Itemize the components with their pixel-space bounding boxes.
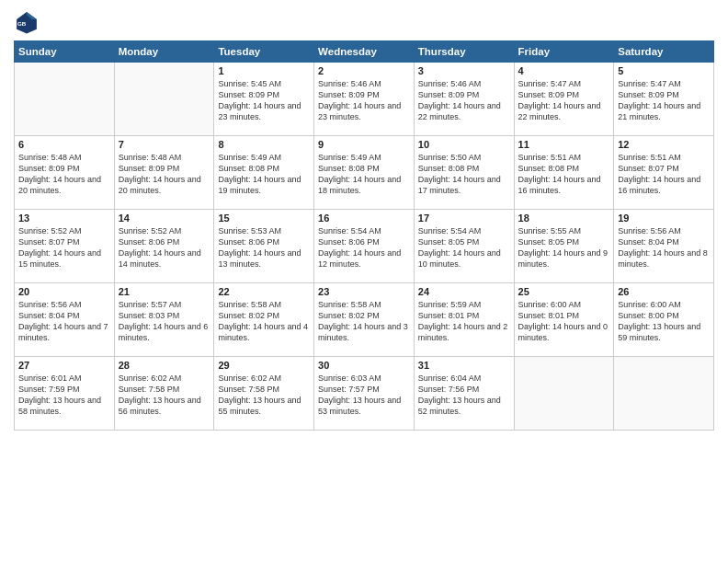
weekday-header-wednesday: Wednesday [314, 41, 415, 63]
cell-info: Sunrise: 5:46 AM Sunset: 8:09 PM Dayligh… [318, 78, 410, 123]
day-number: 25 [518, 286, 610, 297]
calendar-week-4: 20Sunrise: 5:56 AM Sunset: 8:04 PM Dayli… [15, 283, 714, 357]
calendar-cell: 11Sunrise: 5:51 AM Sunset: 8:08 PM Dayli… [514, 136, 614, 210]
calendar-cell: 19Sunrise: 5:56 AM Sunset: 8:04 PM Dayli… [614, 210, 714, 283]
calendar-table: SundayMondayTuesdayWednesdayThursdayFrid… [14, 40, 714, 431]
calendar-cell: 1Sunrise: 5:45 AM Sunset: 8:09 PM Daylig… [214, 63, 314, 136]
day-number: 28 [119, 360, 210, 371]
day-number: 20 [18, 286, 110, 297]
calendar-cell: 13Sunrise: 5:52 AM Sunset: 8:07 PM Dayli… [15, 210, 115, 283]
day-number: 14 [119, 213, 210, 224]
weekday-header-saturday: Saturday [614, 41, 714, 63]
cell-info: Sunrise: 5:57 AM Sunset: 8:03 PM Dayligh… [119, 299, 210, 344]
calendar-cell: 22Sunrise: 5:58 AM Sunset: 8:02 PM Dayli… [214, 283, 314, 357]
calendar-cell [15, 63, 115, 136]
calendar-cell: 27Sunrise: 6:01 AM Sunset: 7:59 PM Dayli… [15, 357, 115, 431]
day-number: 29 [218, 360, 310, 371]
day-number: 13 [18, 213, 110, 224]
calendar-cell: 12Sunrise: 5:51 AM Sunset: 8:07 PM Dayli… [614, 136, 714, 210]
day-number: 17 [418, 213, 510, 224]
day-number: 15 [218, 213, 310, 224]
day-number: 16 [318, 213, 410, 224]
day-number: 24 [418, 286, 510, 297]
cell-info: Sunrise: 6:00 AM Sunset: 8:01 PM Dayligh… [518, 299, 610, 344]
cell-info: Sunrise: 5:55 AM Sunset: 8:05 PM Dayligh… [518, 225, 610, 270]
weekday-header-thursday: Thursday [414, 41, 514, 63]
calendar-cell: 23Sunrise: 5:58 AM Sunset: 8:02 PM Dayli… [314, 283, 415, 357]
weekday-header-tuesday: Tuesday [214, 41, 314, 63]
weekday-header-monday: Monday [114, 41, 214, 63]
cell-info: Sunrise: 5:46 AM Sunset: 8:09 PM Dayligh… [418, 78, 510, 123]
calendar-cell: 14Sunrise: 5:52 AM Sunset: 8:06 PM Dayli… [114, 210, 214, 283]
svg-text:GB: GB [17, 20, 27, 27]
weekday-header-friday: Friday [514, 41, 614, 63]
cell-info: Sunrise: 6:00 AM Sunset: 8:00 PM Dayligh… [618, 299, 710, 344]
calendar-cell [114, 63, 214, 136]
cell-info: Sunrise: 5:58 AM Sunset: 8:02 PM Dayligh… [218, 299, 310, 344]
cell-info: Sunrise: 5:49 AM Sunset: 8:08 PM Dayligh… [218, 152, 310, 197]
day-number: 30 [318, 360, 410, 371]
calendar-cell: 6Sunrise: 5:48 AM Sunset: 8:09 PM Daylig… [15, 136, 115, 210]
calendar-cell: 26Sunrise: 6:00 AM Sunset: 8:00 PM Dayli… [614, 283, 714, 357]
cell-info: Sunrise: 5:52 AM Sunset: 8:06 PM Dayligh… [119, 225, 210, 270]
cell-info: Sunrise: 6:04 AM Sunset: 7:56 PM Dayligh… [418, 373, 510, 418]
cell-info: Sunrise: 5:45 AM Sunset: 8:09 PM Dayligh… [218, 78, 310, 123]
calendar-cell: 2Sunrise: 5:46 AM Sunset: 8:09 PM Daylig… [314, 63, 415, 136]
calendar-cell: 18Sunrise: 5:55 AM Sunset: 8:05 PM Dayli… [514, 210, 614, 283]
day-number: 11 [518, 139, 610, 150]
calendar-cell: 7Sunrise: 5:48 AM Sunset: 8:09 PM Daylig… [114, 136, 214, 210]
cell-info: Sunrise: 5:47 AM Sunset: 8:09 PM Dayligh… [618, 78, 710, 123]
day-number: 5 [618, 65, 710, 76]
calendar-cell: 5Sunrise: 5:47 AM Sunset: 8:09 PM Daylig… [614, 63, 714, 136]
logo-icon: GB [14, 9, 40, 35]
cell-info: Sunrise: 5:58 AM Sunset: 8:02 PM Dayligh… [318, 299, 410, 344]
day-number: 8 [218, 139, 310, 150]
day-number: 23 [318, 286, 410, 297]
calendar-cell: 20Sunrise: 5:56 AM Sunset: 8:04 PM Dayli… [15, 283, 115, 357]
calendar-cell: 31Sunrise: 6:04 AM Sunset: 7:56 PM Dayli… [414, 357, 514, 431]
cell-info: Sunrise: 5:47 AM Sunset: 8:09 PM Dayligh… [518, 78, 610, 123]
calendar-cell [514, 357, 614, 431]
weekday-header-sunday: Sunday [15, 41, 115, 63]
day-number: 27 [18, 360, 110, 371]
calendar-cell: 17Sunrise: 5:54 AM Sunset: 8:05 PM Dayli… [414, 210, 514, 283]
calendar-cell [614, 357, 714, 431]
calendar-cell: 29Sunrise: 6:02 AM Sunset: 7:58 PM Dayli… [214, 357, 314, 431]
day-number: 1 [218, 65, 310, 76]
calendar-header: SundayMondayTuesdayWednesdayThursdayFrid… [15, 41, 714, 63]
cell-info: Sunrise: 5:56 AM Sunset: 8:04 PM Dayligh… [618, 225, 710, 270]
cell-info: Sunrise: 5:53 AM Sunset: 8:06 PM Dayligh… [218, 225, 310, 270]
day-number: 7 [119, 139, 210, 150]
calendar-week-5: 27Sunrise: 6:01 AM Sunset: 7:59 PM Dayli… [15, 357, 714, 431]
calendar-week-1: 1Sunrise: 5:45 AM Sunset: 8:09 PM Daylig… [15, 63, 714, 136]
day-number: 12 [618, 139, 710, 150]
day-number: 4 [518, 65, 610, 76]
day-number: 21 [119, 286, 210, 297]
cell-info: Sunrise: 6:02 AM Sunset: 7:58 PM Dayligh… [218, 373, 310, 418]
calendar-cell: 16Sunrise: 5:54 AM Sunset: 8:06 PM Dayli… [314, 210, 415, 283]
calendar-week-2: 6Sunrise: 5:48 AM Sunset: 8:09 PM Daylig… [15, 136, 714, 210]
cell-info: Sunrise: 5:51 AM Sunset: 8:07 PM Dayligh… [618, 152, 710, 197]
cell-info: Sunrise: 5:51 AM Sunset: 8:08 PM Dayligh… [518, 152, 610, 197]
calendar-cell: 9Sunrise: 5:49 AM Sunset: 8:08 PM Daylig… [314, 136, 415, 210]
calendar-cell: 21Sunrise: 5:57 AM Sunset: 8:03 PM Dayli… [114, 283, 214, 357]
logo: GB [14, 9, 43, 35]
cell-info: Sunrise: 5:59 AM Sunset: 8:01 PM Dayligh… [418, 299, 510, 344]
cell-info: Sunrise: 6:01 AM Sunset: 7:59 PM Dayligh… [18, 373, 110, 418]
cell-info: Sunrise: 5:52 AM Sunset: 8:07 PM Dayligh… [18, 225, 110, 270]
cell-info: Sunrise: 6:03 AM Sunset: 7:57 PM Dayligh… [318, 373, 410, 418]
calendar-cell: 30Sunrise: 6:03 AM Sunset: 7:57 PM Dayli… [314, 357, 415, 431]
cell-info: Sunrise: 5:49 AM Sunset: 8:08 PM Dayligh… [318, 152, 410, 197]
calendar-cell: 15Sunrise: 5:53 AM Sunset: 8:06 PM Dayli… [214, 210, 314, 283]
day-number: 9 [318, 139, 410, 150]
day-number: 26 [618, 286, 710, 297]
day-number: 18 [518, 213, 610, 224]
page: GB SundayMondayTuesdayWednesdayThursdayF… [0, 0, 728, 563]
calendar-cell: 28Sunrise: 6:02 AM Sunset: 7:58 PM Dayli… [114, 357, 214, 431]
cell-info: Sunrise: 5:50 AM Sunset: 8:08 PM Dayligh… [418, 152, 510, 197]
day-number: 3 [418, 65, 510, 76]
cell-info: Sunrise: 5:54 AM Sunset: 8:05 PM Dayligh… [418, 225, 510, 270]
calendar-cell: 3Sunrise: 5:46 AM Sunset: 8:09 PM Daylig… [414, 63, 514, 136]
day-number: 19 [618, 213, 710, 224]
day-number: 31 [418, 360, 510, 371]
